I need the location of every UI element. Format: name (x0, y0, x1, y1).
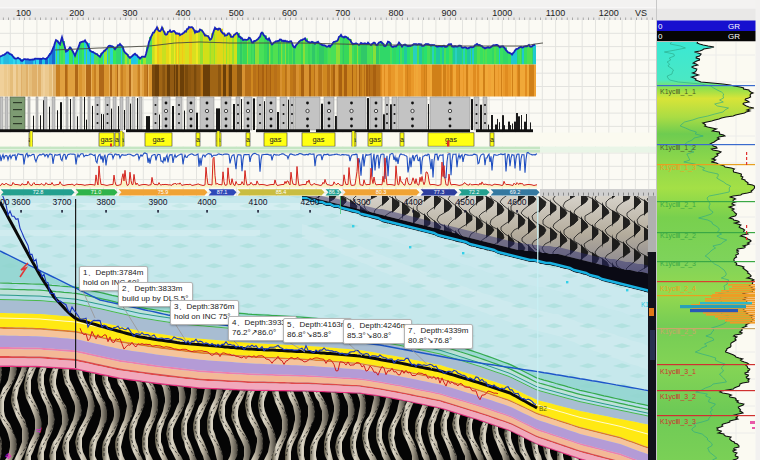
svg-text:GR: GR (728, 32, 740, 41)
svg-text:gas: gas (100, 135, 112, 144)
svg-text:a: a (490, 136, 494, 143)
svg-text:4200: 4200 (301, 197, 320, 207)
svg-text:❉: ❉ (5, 452, 12, 460)
svg-text:4500: 4500 (456, 197, 475, 207)
svg-text:100: 100 (16, 8, 31, 18)
svg-text:gas: gas (445, 135, 457, 144)
svg-text:600: 600 (282, 8, 297, 18)
svg-text:K1ycⅢ_2_5: K1ycⅢ_2_5 (660, 328, 696, 336)
svg-text:3700: 3700 (53, 197, 72, 207)
svg-text:3900: 3900 (149, 197, 168, 207)
svg-text:75.9: 75.9 (158, 189, 169, 195)
svg-text:72.2: 72.2 (469, 189, 480, 195)
svg-text:87.1: 87.1 (217, 189, 228, 195)
svg-text:800: 800 (388, 8, 403, 18)
svg-text:86.3: 86.3 (329, 189, 340, 195)
svg-text:1200: 1200 (599, 8, 619, 18)
svg-text:1000: 1000 (492, 8, 512, 18)
svg-text:700: 700 (335, 8, 350, 18)
svg-text:77.3: 77.3 (434, 189, 445, 195)
svg-text:B2: B2 (539, 405, 547, 412)
svg-text:72.8: 72.8 (33, 189, 44, 195)
svg-text:a: a (115, 136, 119, 143)
svg-text:K1ycⅢ_2_4: K1ycⅢ_2_4 (660, 285, 696, 293)
svg-text:69.2: 69.2 (510, 189, 521, 195)
svg-text:K1ycⅢ_3_2: K1ycⅢ_3_2 (660, 393, 696, 401)
svg-text:K1ycⅢ_2_2: K1ycⅢ_2_2 (660, 232, 696, 240)
svg-text:3600: 3600 (12, 197, 31, 207)
svg-text:gas: gas (269, 135, 281, 144)
svg-text:500: 500 (229, 8, 244, 18)
svg-text:80.3: 80.3 (376, 189, 387, 195)
svg-text:VS: VS (635, 8, 647, 18)
svg-text:4300: 4300 (352, 197, 371, 207)
svg-text:a: a (400, 136, 404, 143)
svg-text:gas: gas (152, 135, 164, 144)
svg-text:K1ycⅢ_1_1: K1ycⅢ_1_1 (660, 88, 696, 96)
svg-text:K1ycⅢ_2_3: K1ycⅢ_2_3 (660, 260, 696, 268)
svg-text:85.4: 85.4 (276, 189, 287, 195)
svg-text:K1ycⅢ_3_1: K1ycⅢ_3_1 (660, 368, 696, 376)
svg-text:a: a (196, 136, 200, 143)
svg-text:gas: gas (369, 135, 381, 144)
svg-text:4600: 4600 (508, 197, 527, 207)
svg-text:4400: 4400 (404, 197, 423, 207)
svg-text:900: 900 (442, 8, 457, 18)
svg-text:0: 0 (658, 22, 663, 31)
svg-text:K1ycⅢ_1_3: K1ycⅢ_1_3 (660, 164, 696, 172)
svg-text:4000: 4000 (198, 197, 217, 207)
svg-text:K1ycⅢ_3_3: K1ycⅢ_3_3 (660, 418, 696, 426)
svg-text:71.0: 71.0 (91, 189, 102, 195)
svg-text:00: 00 (0, 197, 10, 207)
svg-text:0: 0 (658, 32, 663, 41)
svg-text:200: 200 (69, 8, 84, 18)
svg-text:gas: gas (312, 135, 324, 144)
svg-text:K1ycⅢ_2_1: K1ycⅢ_2_1 (660, 201, 696, 209)
svg-text:1100: 1100 (546, 8, 565, 18)
svg-text:400: 400 (176, 8, 191, 18)
svg-text:4100: 4100 (249, 197, 268, 207)
svg-text:a: a (246, 136, 250, 143)
svg-text:K1ycⅢ_1_2: K1ycⅢ_1_2 (660, 144, 696, 152)
svg-text:3800: 3800 (97, 197, 116, 207)
svg-text:GR: GR (728, 22, 740, 31)
svg-text:300: 300 (122, 8, 137, 18)
